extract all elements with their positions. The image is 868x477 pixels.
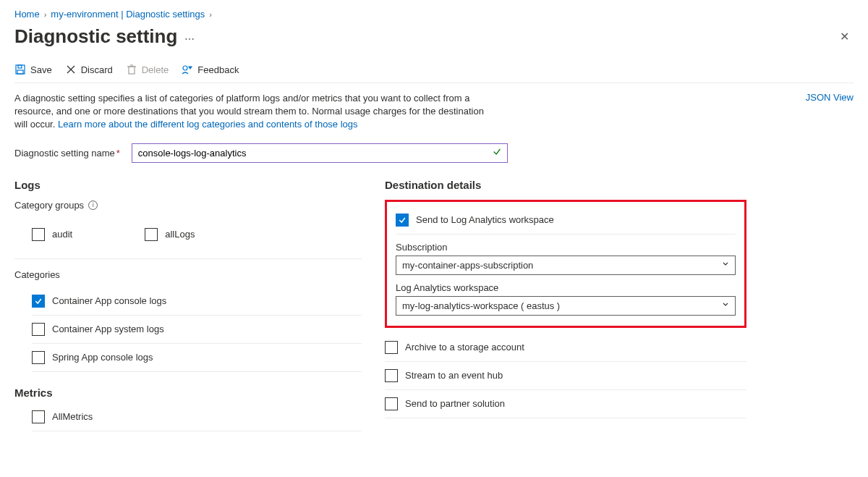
delete-button: Delete: [126, 64, 169, 75]
archive-storage-checkbox[interactable]: [385, 341, 398, 354]
save-icon: [14, 64, 26, 75]
stream-eventhub-checkbox[interactable]: [385, 369, 398, 382]
stream-eventhub-label: Stream to an event hub: [405, 370, 503, 381]
breadcrumb: Home › my-environment | Diagnostic setti…: [14, 6, 854, 25]
audit-label: audit: [52, 229, 72, 240]
allmetrics-label: AllMetrics: [52, 411, 93, 422]
send-partner-label: Send to partner solution: [405, 398, 505, 409]
chevron-right-icon: ›: [44, 10, 47, 19]
more-actions-button[interactable]: ⋯: [184, 33, 195, 45]
workspace-label: Log Analytics workspace: [396, 282, 736, 293]
send-log-analytics-label: Send to Log Analytics workspace: [416, 214, 554, 225]
audit-checkbox[interactable]: [32, 228, 45, 241]
setting-name-input[interactable]: [132, 143, 508, 163]
allmetrics-checkbox[interactable]: [32, 410, 45, 423]
delete-icon: [126, 64, 137, 75]
subscription-label: Subscription: [396, 242, 736, 253]
svg-rect-1: [18, 65, 22, 68]
svg-rect-5: [129, 67, 135, 74]
send-log-analytics-checkbox[interactable]: [396, 214, 409, 227]
discard-button[interactable]: Discard: [65, 64, 113, 75]
close-button[interactable]: ✕: [835, 25, 854, 48]
learn-more-link[interactable]: Learn more about the different log categ…: [58, 119, 358, 130]
alllogs-checkbox[interactable]: [145, 228, 158, 241]
toolbar: Save Discard Delete Feedback: [14, 56, 854, 83]
json-view-link[interactable]: JSON View: [806, 92, 854, 103]
save-label: Save: [30, 64, 52, 75]
feedback-button[interactable]: Feedback: [182, 64, 239, 75]
category-groups-label: Category groups i: [14, 200, 362, 211]
setting-name-label: Diagnostic setting name*: [14, 148, 120, 159]
chevron-right-icon: ›: [209, 10, 212, 19]
container-system-logs-checkbox[interactable]: [32, 323, 45, 336]
container-console-logs-checkbox[interactable]: [32, 295, 45, 308]
container-system-logs-label: Container App system logs: [52, 324, 164, 334]
workspace-select[interactable]: my-log-analytics-workspace ( eastus ): [396, 296, 736, 316]
metrics-section-title: Metrics: [14, 387, 362, 399]
subscription-select[interactable]: my-container-apps-subscription: [396, 256, 736, 275]
discard-label: Discard: [81, 64, 113, 75]
workspace-value: my-log-analytics-workspace ( eastus ): [396, 296, 736, 316]
container-console-logs-label: Container App console logs: [52, 295, 166, 306]
archive-storage-label: Archive to a storage account: [405, 342, 524, 353]
description-text: A diagnostic setting specifies a list of…: [14, 92, 492, 132]
page-title: Diagnostic setting: [14, 25, 177, 48]
send-partner-checkbox[interactable]: [385, 397, 398, 410]
spring-console-logs-label: Spring App console logs: [52, 352, 153, 363]
subscription-value: my-container-apps-subscription: [396, 256, 736, 275]
breadcrumb-env-link[interactable]: my-environment | Diagnostic settings: [51, 9, 205, 20]
info-icon[interactable]: i: [88, 200, 98, 210]
delete-label: Delete: [142, 64, 169, 75]
svg-point-8: [183, 66, 187, 70]
spring-console-logs-checkbox[interactable]: [32, 351, 45, 364]
feedback-label: Feedback: [197, 64, 239, 75]
discard-icon: [65, 64, 77, 75]
categories-label: Categories: [14, 269, 362, 280]
alllogs-label: allLogs: [165, 229, 195, 240]
feedback-icon: [182, 64, 193, 75]
log-analytics-highlight: Send to Log Analytics workspace Subscrip…: [385, 200, 746, 328]
save-button[interactable]: Save: [14, 64, 52, 75]
breadcrumb-home-link[interactable]: Home: [14, 9, 40, 20]
logs-section-title: Logs: [14, 179, 362, 191]
destination-section-title: Destination details: [385, 179, 746, 191]
checkmark-icon: [492, 147, 502, 159]
svg-rect-2: [17, 70, 23, 74]
